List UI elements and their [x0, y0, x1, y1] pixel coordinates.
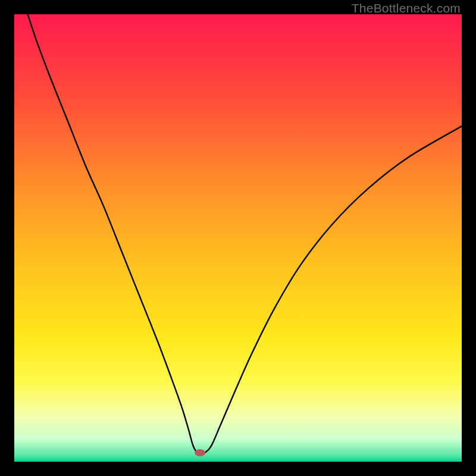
gradient-background	[14, 14, 462, 462]
watermark-label: TheBottleneck.com	[352, 1, 461, 15]
min-marker-icon	[195, 449, 205, 456]
bottleneck-chart	[14, 14, 462, 462]
chart-frame	[14, 14, 462, 462]
